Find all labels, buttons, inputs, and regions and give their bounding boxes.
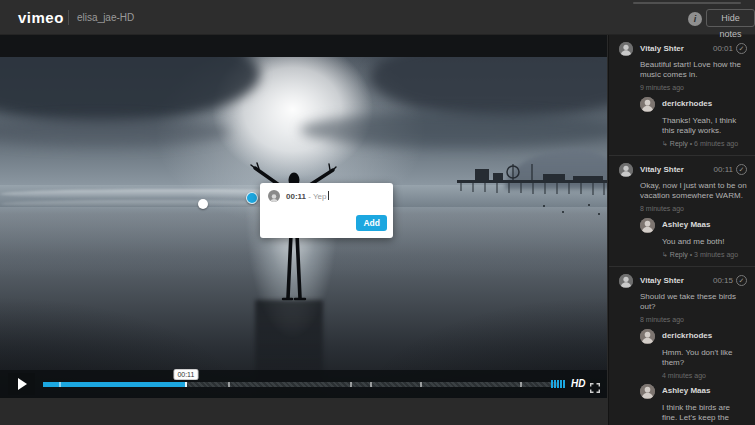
bird [543, 205, 545, 207]
person-icon [268, 190, 280, 202]
resolved-check-icon[interactable]: ✓ [736, 43, 747, 54]
comment-thread: Vitaly Shter 00:11 ✓ Okay, now I just wa… [609, 156, 755, 267]
current-time-tooltip: 00:11 [173, 369, 198, 380]
add-note-button[interactable]: Add [356, 215, 387, 231]
reply: derickrhodes Hmm. You don't like them? 4… [640, 329, 747, 379]
text-cursor [328, 191, 329, 200]
timeline-comment-marker[interactable] [420, 382, 422, 387]
commenter-avatar[interactable] [619, 163, 633, 177]
timeline-comment-marker[interactable] [59, 382, 61, 387]
note-input[interactable]: 00:11 - Yep [286, 191, 329, 201]
reply-meta-time: 4 minutes ago [662, 372, 706, 379]
reply-body: I think the birds are fine. Let's keep t… [662, 403, 747, 425]
comment-body: Beautiful start! Love how the music come… [640, 60, 747, 80]
comment-timestamp[interactable]: 00:01 [713, 44, 733, 53]
notes-sidebar: Vitaly Shter 00:01 ✓ Beautiful start! Lo… [608, 35, 755, 425]
topbar-divider [68, 10, 69, 25]
comment-thread: Vitaly Shter 00:15 ✓ Should we take thes… [609, 267, 755, 425]
replier-avatar[interactable] [640, 329, 655, 344]
comment-meta: 8 minutes ago [640, 316, 747, 323]
pier-silhouette [457, 160, 607, 202]
reply-meta-time: 6 minutes ago [694, 140, 738, 147]
comment-body: Should we take these birds out? [640, 292, 747, 312]
fullscreen-icon[interactable] [590, 379, 600, 389]
top-bar: vimeo elisa_jae-HD i Hide notes [0, 0, 755, 35]
reply-link[interactable]: Reply [670, 140, 688, 147]
timeline-progress [43, 382, 186, 387]
video-title: elisa_jae-HD [77, 12, 134, 23]
reply-arrow-icon: ↳ [662, 251, 668, 258]
sidebar-scrollbar[interactable] [633, 2, 741, 4]
reply: derickrhodes Thanks! Yeah, I think this … [640, 97, 747, 148]
comment-timestamp[interactable]: 00:15 [713, 276, 733, 285]
vimeo-logo[interactable]: vimeo [18, 9, 64, 26]
cloud-layer [300, 112, 607, 148]
replies: derickrhodes Hmm. You don't like them? 4… [640, 329, 747, 425]
player-controls: 00:11 HD [0, 370, 607, 398]
reply-body: Hmm. You don't like them? [662, 348, 747, 368]
active-note-dot[interactable] [246, 192, 258, 204]
replier-avatar[interactable] [640, 384, 655, 399]
comment-author[interactable]: Vitaly Shter [640, 165, 684, 174]
timeline-comment-marker[interactable] [350, 382, 352, 387]
bird [598, 213, 600, 215]
note-popup: 00:11 - Yep Add [260, 183, 393, 238]
reply-body: You and me both! [662, 237, 747, 247]
play-button[interactable] [8, 373, 35, 395]
comment-timestamp[interactable]: 00:11 [714, 165, 733, 174]
reply-author[interactable]: derickrhodes [662, 99, 712, 108]
reply: Ashley Maas I think the birds are fine. … [640, 384, 747, 425]
replies: derickrhodes Thanks! Yeah, I think this … [640, 97, 747, 148]
bird [588, 204, 590, 206]
play-icon [18, 378, 27, 390]
timeline-comment-marker[interactable] [370, 382, 372, 387]
comment-meta: 8 minutes ago [640, 205, 747, 212]
timeline-comment-marker[interactable] [520, 382, 522, 387]
comment-author[interactable]: Vitaly Shter [640, 44, 684, 53]
replier-avatar[interactable] [640, 97, 655, 112]
reply-author[interactable]: Ashley Maas [662, 220, 710, 229]
comment-thread: Vitaly Shter 00:01 ✓ Beautiful start! Lo… [609, 35, 755, 156]
resolved-check-icon[interactable]: ✓ [736, 164, 747, 175]
hide-notes-button[interactable]: Hide notes [706, 9, 755, 27]
comment-author[interactable]: Vitaly Shter [640, 276, 684, 285]
reply-link[interactable]: Reply [670, 251, 688, 258]
bird [562, 211, 564, 213]
resolved-check-icon[interactable]: ✓ [736, 275, 747, 286]
hd-badge[interactable]: HD [571, 378, 585, 389]
note-marker-dot[interactable] [198, 199, 208, 209]
replies: Ashley Maas You and me both! ↳ Reply • 3… [640, 218, 747, 259]
commenter-avatar[interactable] [619, 274, 633, 288]
info-icon[interactable]: i [688, 12, 702, 26]
reply-arrow-icon: ↳ [662, 140, 668, 147]
video-player[interactable]: 00:11 - Yep Add 00:11 HD [0, 35, 607, 398]
playhead[interactable] [185, 382, 187, 387]
reply-author[interactable]: Ashley Maas [662, 386, 710, 395]
reply-author[interactable]: derickrhodes [662, 331, 712, 340]
replier-avatar[interactable] [640, 218, 655, 233]
commenter-avatar[interactable] [619, 42, 633, 56]
comment-meta: 9 minutes ago [640, 84, 747, 91]
comments-list: Vitaly Shter 00:01 ✓ Beautiful start! Lo… [609, 35, 755, 425]
reply-meta-time: 3 minutes ago [694, 251, 738, 258]
reply-body: Thanks! Yeah, I think this really works. [662, 116, 747, 136]
timeline-comment-marker[interactable] [228, 382, 230, 387]
reply: Ashley Maas You and me both! ↳ Reply • 3… [640, 218, 747, 259]
comment-body: Okay, now I just want to be on vacation … [640, 181, 747, 201]
timeline-track[interactable]: 00:11 [43, 382, 557, 387]
volume-icon[interactable] [551, 380, 565, 388]
